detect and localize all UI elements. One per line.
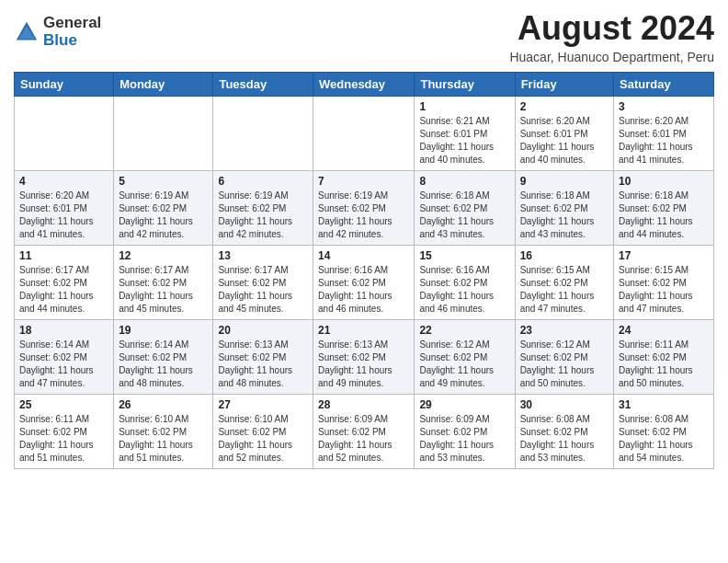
day-number: 28 [318, 398, 409, 411]
day-number: 17 [619, 249, 709, 262]
day-info: Sunrise: 6:13 AM Sunset: 6:02 PM Dayligh… [218, 339, 308, 390]
week-row-5: 25Sunrise: 6:11 AM Sunset: 6:02 PM Dayli… [15, 395, 714, 469]
header: General Blue August 2024 Huacar, Huanuco… [14, 9, 714, 64]
calendar-cell [114, 97, 213, 171]
day-info: Sunrise: 6:12 AM Sunset: 6:02 PM Dayligh… [419, 339, 509, 390]
week-row-1: 1Sunrise: 6:21 AM Sunset: 6:01 PM Daylig… [15, 97, 714, 171]
day-info: Sunrise: 6:16 AM Sunset: 6:02 PM Dayligh… [318, 264, 409, 316]
day-info: Sunrise: 6:11 AM Sunset: 6:02 PM Dayligh… [619, 339, 709, 390]
calendar-cell: 18Sunrise: 6:14 AM Sunset: 6:02 PM Dayli… [15, 320, 114, 395]
day-info: Sunrise: 6:13 AM Sunset: 6:02 PM Dayligh… [318, 339, 409, 390]
title-block: August 2024 Huacar, Huanuco Department, … [509, 9, 714, 64]
calendar-cell: 4Sunrise: 6:20 AM Sunset: 6:01 PM Daylig… [15, 171, 114, 246]
subtitle: Huacar, Huanuco Department, Peru [509, 50, 714, 64]
day-number: 24 [619, 324, 709, 337]
calendar-cell: 27Sunrise: 6:10 AM Sunset: 6:02 PM Dayli… [213, 395, 313, 469]
day-info: Sunrise: 6:17 AM Sunset: 6:02 PM Dayligh… [119, 264, 208, 316]
calendar-cell: 8Sunrise: 6:18 AM Sunset: 6:02 PM Daylig… [415, 171, 515, 246]
header-tuesday: Tuesday [213, 73, 313, 97]
day-number: 2 [520, 100, 609, 113]
calendar-cell: 2Sunrise: 6:20 AM Sunset: 6:01 PM Daylig… [515, 97, 613, 171]
day-number: 3 [619, 100, 709, 113]
day-info: Sunrise: 6:14 AM Sunset: 6:02 PM Dayligh… [119, 339, 208, 390]
day-info: Sunrise: 6:20 AM Sunset: 6:01 PM Dayligh… [19, 190, 108, 241]
day-info: Sunrise: 6:20 AM Sunset: 6:01 PM Dayligh… [520, 115, 609, 167]
logo-text: General Blue [43, 15, 101, 49]
day-info: Sunrise: 6:15 AM Sunset: 6:02 PM Dayligh… [520, 264, 609, 316]
day-number: 19 [119, 324, 208, 337]
calendar-cell: 19Sunrise: 6:14 AM Sunset: 6:02 PM Dayli… [114, 320, 213, 395]
logo-general: General [43, 15, 101, 32]
logo: General Blue [14, 15, 101, 49]
calendar-cell: 13Sunrise: 6:17 AM Sunset: 6:02 PM Dayli… [213, 246, 313, 320]
day-number: 30 [520, 398, 609, 411]
day-number: 26 [119, 398, 208, 411]
day-number: 16 [520, 249, 609, 262]
day-number: 4 [19, 175, 108, 188]
day-info: Sunrise: 6:11 AM Sunset: 6:02 PM Dayligh… [19, 413, 108, 465]
day-number: 18 [19, 324, 108, 337]
day-number: 1 [419, 100, 509, 113]
day-number: 6 [218, 175, 308, 188]
calendar-cell: 22Sunrise: 6:12 AM Sunset: 6:02 PM Dayli… [415, 320, 515, 395]
calendar-cell: 14Sunrise: 6:16 AM Sunset: 6:02 PM Dayli… [313, 246, 415, 320]
calendar-cell: 5Sunrise: 6:19 AM Sunset: 6:02 PM Daylig… [114, 171, 213, 246]
calendar-cell: 20Sunrise: 6:13 AM Sunset: 6:02 PM Dayli… [213, 320, 313, 395]
day-number: 10 [619, 175, 709, 188]
calendar-cell: 26Sunrise: 6:10 AM Sunset: 6:02 PM Dayli… [114, 395, 213, 469]
day-info: Sunrise: 6:18 AM Sunset: 6:02 PM Dayligh… [520, 190, 609, 241]
day-number: 27 [218, 398, 308, 411]
calendar-cell: 11Sunrise: 6:17 AM Sunset: 6:02 PM Dayli… [15, 246, 114, 320]
header-sunday: Sunday [15, 73, 114, 97]
day-number: 5 [119, 175, 208, 188]
day-number: 7 [318, 175, 409, 188]
calendar-cell: 29Sunrise: 6:09 AM Sunset: 6:02 PM Dayli… [415, 395, 515, 469]
day-info: Sunrise: 6:18 AM Sunset: 6:02 PM Dayligh… [419, 190, 509, 241]
calendar-cell: 7Sunrise: 6:19 AM Sunset: 6:02 PM Daylig… [313, 171, 415, 246]
day-info: Sunrise: 6:18 AM Sunset: 6:02 PM Dayligh… [619, 190, 709, 241]
day-number: 23 [520, 324, 609, 337]
day-number: 11 [19, 249, 108, 262]
day-info: Sunrise: 6:10 AM Sunset: 6:02 PM Dayligh… [119, 413, 208, 465]
day-info: Sunrise: 6:17 AM Sunset: 6:02 PM Dayligh… [19, 264, 108, 316]
calendar: SundayMondayTuesdayWednesdayThursdayFrid… [14, 72, 714, 469]
calendar-cell: 10Sunrise: 6:18 AM Sunset: 6:02 PM Dayli… [614, 171, 714, 246]
calendar-cell [313, 97, 415, 171]
week-row-3: 11Sunrise: 6:17 AM Sunset: 6:02 PM Dayli… [15, 246, 714, 320]
day-info: Sunrise: 6:09 AM Sunset: 6:02 PM Dayligh… [318, 413, 409, 465]
main-title: August 2024 [509, 9, 714, 48]
day-info: Sunrise: 6:19 AM Sunset: 6:02 PM Dayligh… [318, 190, 409, 241]
calendar-cell: 30Sunrise: 6:08 AM Sunset: 6:02 PM Dayli… [515, 395, 613, 469]
day-info: Sunrise: 6:19 AM Sunset: 6:02 PM Dayligh… [218, 190, 308, 241]
day-number: 14 [318, 249, 409, 262]
calendar-cell: 9Sunrise: 6:18 AM Sunset: 6:02 PM Daylig… [515, 171, 613, 246]
calendar-cell: 21Sunrise: 6:13 AM Sunset: 6:02 PM Dayli… [313, 320, 415, 395]
day-info: Sunrise: 6:19 AM Sunset: 6:02 PM Dayligh… [119, 190, 208, 241]
day-number: 21 [318, 324, 409, 337]
day-number: 8 [419, 175, 509, 188]
day-info: Sunrise: 6:09 AM Sunset: 6:02 PM Dayligh… [419, 413, 509, 465]
calendar-header-row: SundayMondayTuesdayWednesdayThursdayFrid… [15, 73, 714, 97]
day-info: Sunrise: 6:17 AM Sunset: 6:02 PM Dayligh… [218, 264, 308, 316]
day-info: Sunrise: 6:08 AM Sunset: 6:02 PM Dayligh… [619, 413, 709, 465]
day-info: Sunrise: 6:14 AM Sunset: 6:02 PM Dayligh… [19, 339, 108, 390]
day-number: 22 [419, 324, 509, 337]
day-info: Sunrise: 6:20 AM Sunset: 6:01 PM Dayligh… [619, 115, 709, 167]
header-friday: Friday [515, 73, 613, 97]
header-monday: Monday [114, 73, 213, 97]
day-info: Sunrise: 6:21 AM Sunset: 6:01 PM Dayligh… [419, 115, 509, 167]
day-info: Sunrise: 6:15 AM Sunset: 6:02 PM Dayligh… [619, 264, 709, 316]
header-wednesday: Wednesday [313, 73, 415, 97]
day-number: 9 [520, 175, 609, 188]
day-info: Sunrise: 6:10 AM Sunset: 6:02 PM Dayligh… [218, 413, 308, 465]
header-thursday: Thursday [415, 73, 515, 97]
page: General Blue August 2024 Huacar, Huanuco… [0, 0, 728, 483]
calendar-cell: 31Sunrise: 6:08 AM Sunset: 6:02 PM Dayli… [614, 395, 714, 469]
week-row-2: 4Sunrise: 6:20 AM Sunset: 6:01 PM Daylig… [15, 171, 714, 246]
calendar-cell: 28Sunrise: 6:09 AM Sunset: 6:02 PM Dayli… [313, 395, 415, 469]
calendar-cell: 16Sunrise: 6:15 AM Sunset: 6:02 PM Dayli… [515, 246, 613, 320]
calendar-cell: 1Sunrise: 6:21 AM Sunset: 6:01 PM Daylig… [415, 97, 515, 171]
calendar-cell: 23Sunrise: 6:12 AM Sunset: 6:02 PM Dayli… [515, 320, 613, 395]
day-info: Sunrise: 6:12 AM Sunset: 6:02 PM Dayligh… [520, 339, 609, 390]
day-number: 12 [119, 249, 208, 262]
